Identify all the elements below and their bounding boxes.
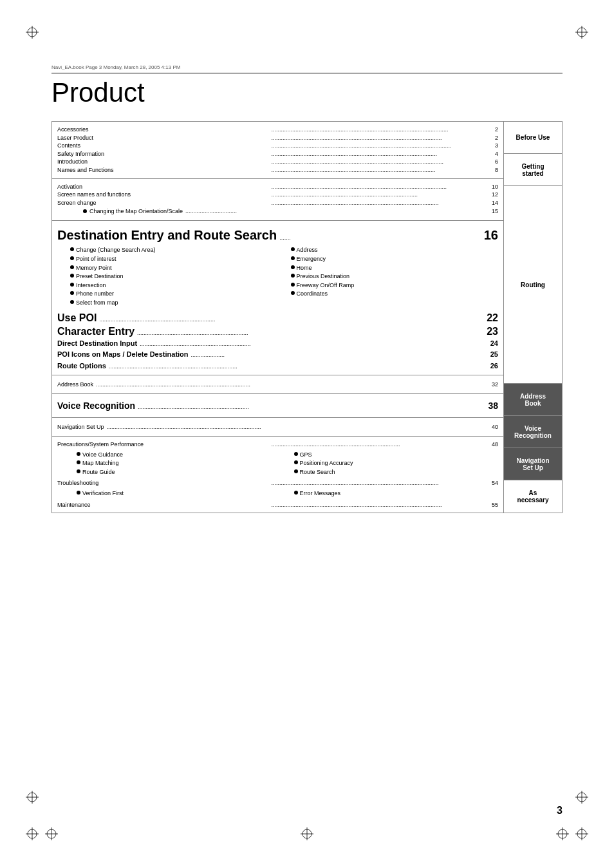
reg-mark-bl — [26, 791, 39, 804]
toc-nav-setup-section: Navigation Set Up ......................… — [52, 418, 503, 437]
bottom-marks — [0, 827, 614, 842]
bullet-intersection: Intersection — [70, 281, 278, 290]
bottom-area: 3 — [51, 805, 563, 816]
toc-direct-destination: Direct Destination Input ...............… — [57, 339, 498, 348]
sidebar-voice-recognition: VoiceRecognition — [504, 416, 562, 448]
reg-mark-br — [575, 791, 588, 804]
bullet-preset: Preset Destination — [70, 272, 278, 281]
bullet-previous-dest: Previous Destination — [291, 272, 499, 281]
toc-introduction: Introduction ...........................… — [57, 158, 498, 166]
toc-names-functions: Names and Functions ....................… — [57, 166, 498, 175]
bullet-positioning: Positioning Accuracy — [294, 459, 499, 467]
toc-changing-map: Changing the Map Orientation/Scale .....… — [57, 207, 498, 216]
toc-destination-heading: Destination Entry and Route Search .....… — [57, 225, 498, 244]
reg-mark-bottom-r1 — [556, 827, 569, 842]
bullet-change-area: Change (Change Search Area) — [70, 246, 278, 254]
bullet-address: Address — [291, 246, 499, 254]
toc-nav-setup: Navigation Set Up ......................… — [57, 422, 498, 432]
bullet-memory-point: Memory Point — [70, 264, 278, 272]
toc-use-poi: Use POI ................................… — [57, 312, 498, 324]
toc-sidebar: Before Use Gettingstarted Routing Addres… — [504, 122, 562, 513]
bullet-voice-guidance: Voice Guidance — [77, 451, 281, 459]
toc-address-book-section: Address Book ...........................… — [52, 375, 503, 394]
toc-maintenance: Maintenance ............................… — [57, 501, 498, 509]
toc-screen-names: Screen names and functions .............… — [57, 191, 498, 199]
reg-mark-bottom-l2 — [45, 827, 58, 842]
toc-getting-started-section: Activation .............................… — [52, 179, 503, 222]
sidebar-getting-started: Gettingstarted — [504, 154, 562, 186]
toc-poi-icons: POI Icons on Maps / Delete Destination .… — [57, 350, 498, 359]
sidebar-address-book: AddressBook — [504, 384, 562, 416]
bullet-gps: GPS — [294, 451, 499, 459]
toc-safety: Safety Information .....................… — [57, 150, 498, 158]
bullet-coordinates: Coordinates — [291, 290, 499, 298]
reg-mark-tr — [575, 26, 588, 39]
header-text: Navi_EA.book Page 3 Monday, March 28, 20… — [51, 64, 180, 70]
main-content: Product Accessories ....................… — [51, 77, 563, 791]
toc-routing-bullets: Change (Change Search Area) Address Poin… — [57, 244, 498, 308]
bullet-poi: Point of interest — [70, 255, 278, 263]
bullet-route-guide: Route Guide — [77, 468, 281, 476]
reg-mark-bottom-center — [301, 827, 313, 842]
reg-mark-bottom-r2 — [575, 827, 588, 842]
page-number: 3 — [557, 805, 563, 816]
bullet-error-messages: Error Messages — [294, 489, 499, 498]
toc-troubleshooting-bullets: Verification First Error Messages — [57, 487, 498, 500]
toc-before-use-section: Accessories ............................… — [52, 122, 503, 179]
sidebar-as-necessary: Asnecessary — [504, 480, 562, 513]
toc-address-book-entry: Address Book ...........................… — [57, 379, 498, 390]
reg-mark-bottom-l1 — [26, 827, 39, 842]
bullet-verification: Verification First — [77, 489, 281, 498]
bullet-freeway: Freeway On/Off Ramp — [291, 281, 499, 290]
bullet-emergency: Emergency — [291, 255, 499, 263]
bullet-select-map: Select from map — [70, 299, 278, 307]
bullet-map-matching: Map Matching — [77, 459, 281, 467]
page-container: Navi_EA.book Page 3 Monday, March 28, 20… — [0, 0, 614, 868]
toc-voice-recognition: Voice Recognition ......................… — [57, 398, 498, 413]
toc-troubleshooting: Troubleshooting ........................… — [57, 479, 498, 487]
header-line: Navi_EA.book Page 3 Monday, March 28, 20… — [51, 64, 563, 73]
toc-route-options: Route Options ..........................… — [57, 361, 498, 371]
toc-as-necessary-section: Precautions/System Performance .........… — [52, 437, 503, 513]
toc-precautions-bullets: Voice Guidance GPS Map Matching Pos — [57, 449, 498, 478]
toc-accessories: Accessories ............................… — [57, 126, 498, 134]
toc-voice-recognition-section: Voice Recognition ......................… — [52, 394, 503, 418]
sidebar-routing: Routing — [504, 186, 562, 384]
toc-laser-product: Laser Product ..........................… — [57, 134, 498, 142]
sidebar-before-use: Before Use — [504, 122, 562, 154]
toc-activation: Activation .............................… — [57, 183, 498, 191]
bullet-home: Home — [291, 264, 499, 272]
sidebar-navigation-setup: NavigationSet Up — [504, 448, 562, 480]
toc-precautions: Precautions/System Performance .........… — [57, 440, 498, 449]
bullet-phone: Phone number — [70, 290, 278, 298]
bullet-route-search: Route Search — [294, 468, 499, 476]
toc-contents: Contents ...............................… — [57, 142, 498, 150]
toc-main: Accessories ............................… — [52, 122, 504, 513]
toc-screen-change: Screen change ..........................… — [57, 199, 498, 207]
page-title: Product — [51, 77, 563, 108]
reg-mark-tl — [26, 26, 39, 39]
content-table: Accessories ............................… — [51, 121, 563, 513]
toc-routing-section: Destination Entry and Route Search .....… — [52, 221, 503, 375]
toc-character-entry: Character Entry ........................… — [57, 325, 498, 337]
